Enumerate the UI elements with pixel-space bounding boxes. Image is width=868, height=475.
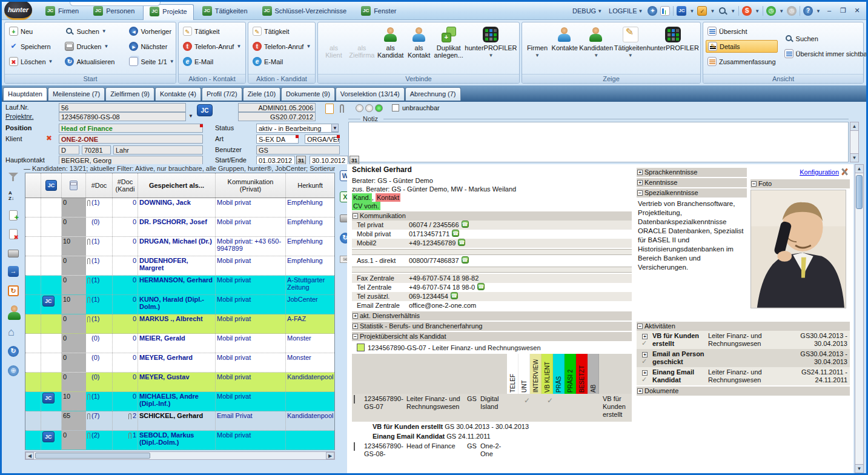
person-icon[interactable]	[7, 305, 20, 318]
scroll-thumb[interactable]	[35, 453, 150, 459]
header-jobcenter[interactable]	[41, 173, 62, 198]
ribbon-button[interactable]: Suchen ▼	[63, 25, 124, 38]
ribbon-big-button[interactable]: Kontakte ▼	[551, 25, 578, 61]
quick-access-toolbar[interactable]	[70, 2, 161, 6]
record-tab[interactable]: Vorselektion (13/14)	[336, 87, 405, 101]
scroll-up-icon[interactable]: ▲	[855, 165, 863, 173]
section-kommunikation[interactable]: −Kommunikation	[352, 211, 632, 221]
logfile-menu[interactable]: LOGFILE▼	[607, 6, 644, 16]
ribbon-button[interactable]: Vorheriger ▼	[127, 25, 181, 38]
tasks-icon[interactable]	[697, 6, 707, 16]
notiz-textarea[interactable]	[348, 122, 849, 162]
ribbon-big-button[interactable]: als Kontakt ▼	[406, 25, 432, 68]
candidate-row[interactable]: 0 (0) 0 MEYER, Gustav Mobil privat Kandi…	[25, 373, 334, 392]
header-blank[interactable]	[25, 173, 41, 198]
unbrauchbar-checkbox[interactable]	[392, 104, 399, 111]
ribbon-big-button[interactable]: als Kandidat ▼	[377, 25, 405, 68]
record-tab[interactable]: Ziele (10)	[243, 87, 280, 101]
status-light-green[interactable]	[375, 104, 383, 112]
header-doc[interactable]: #Doc	[86, 173, 113, 198]
ribbon-button[interactable]: Tätigkeit ▼	[251, 25, 313, 38]
ribbon-button[interactable]: Neu ▼	[7, 25, 59, 38]
jobcenter-icon[interactable]	[677, 6, 686, 16]
ribbon-button[interactable]: Zusammenfassung	[706, 55, 778, 68]
candidate-row[interactable]: 10 (1) 0 KUNO, Harald (Dipl.-Dolm.) Mobi…	[25, 295, 334, 314]
detail-vertical-scrollbar[interactable]: ▲ ▼	[855, 164, 864, 473]
art-field-2[interactable]: ORGA/VERWA	[305, 135, 340, 144]
hauptkontakt-field[interactable]: BERGER, Georg	[59, 156, 203, 165]
candidate-row[interactable]: 10 (1) 0 DRUGAN, Michael (Dr.) Mobil pri…	[25, 237, 334, 256]
section-dienstverhaeltnis[interactable]: +akt. Dienstverhältnis	[352, 311, 632, 321]
dial-phone-icon[interactable]	[452, 230, 459, 237]
projektnr-field[interactable]: 1234567890-GS-08	[59, 112, 186, 121]
expand-icon[interactable]: +	[637, 388, 643, 394]
scroll-down-icon[interactable]: ▼	[855, 464, 863, 473]
table-horizontal-scrollbar[interactable]: ◀ ▶	[25, 451, 335, 460]
record-tab[interactable]: Profil (7/2)	[202, 87, 242, 101]
status-dropdown-icon[interactable]: ▼	[331, 124, 339, 132]
section-foto[interactable]: −Foto	[750, 179, 850, 188]
status-select[interactable]: aktiv - in Bearbeitung	[256, 124, 339, 133]
activity-row[interactable]: +✓ Email an Person geschickt GS30.04.201…	[637, 349, 850, 367]
ribbon-big-button[interactable]: Firmen ▼	[525, 25, 550, 61]
project-row[interactable]: 1234567890-GS-08- Head of Finance GS One…	[352, 441, 632, 461]
section-kenntnisse[interactable]: +Kenntnisse	[637, 178, 747, 187]
ribbon-button[interactable]: Aktualisieren ▼	[63, 55, 124, 68]
help-icon[interactable]	[803, 6, 813, 16]
activity-row[interactable]: +✓ Einang Email Kandidat Leiter Finanz- …	[637, 367, 850, 385]
record-tab[interactable]: Meilensteine (7)	[48, 87, 105, 101]
expand-icon[interactable]: +	[637, 170, 643, 175]
status-light-1[interactable]	[356, 104, 363, 112]
collapse-icon[interactable]: −	[353, 213, 358, 219]
start-date-field[interactable]: 01.03.2012	[256, 156, 295, 165]
ribbon-button[interactable]: Übersicht immer sichtbar	[783, 47, 868, 60]
sync-icon[interactable]	[8, 285, 19, 296]
print-icon[interactable]	[8, 250, 19, 257]
country-field[interactable]: D	[59, 145, 79, 154]
ribbon-big-button[interactable]: hunterPROFILER ▼	[648, 25, 698, 61]
close-button[interactable]	[852, 6, 863, 16]
home-icon[interactable]	[8, 327, 19, 337]
plz-field[interactable]: 70281	[82, 145, 111, 154]
scroll-right-icon[interactable]: ▶	[326, 452, 334, 459]
clock-green-icon[interactable]	[766, 6, 776, 16]
candidate-row[interactable]: 0 (1) 0 MARKUS ., Albrecht Mobil privat …	[25, 314, 334, 334]
konfiguration-link[interactable]: Konfiguration	[800, 168, 839, 176]
menu-item[interactable]: Projekte	[143, 4, 193, 20]
header-name[interactable]: Gespeichert als...	[138, 173, 216, 198]
benutzer-field[interactable]: GS	[256, 145, 340, 154]
projektnr-dropdown-icon[interactable]: ▼	[187, 112, 194, 121]
record-tab[interactable]: Kontakte (4)	[155, 87, 201, 101]
sort-az-icon[interactable]	[8, 191, 19, 202]
candidate-row[interactable]: 0 (0) 0 DR. PSCHORR, Josef Mobil privat …	[25, 218, 334, 237]
section-aktivitaeten[interactable]: −Aktivitäten	[637, 322, 850, 331]
section-statistik[interactable]: +Statistik - Berufs- und Branchenerfahru…	[352, 322, 632, 331]
expand-icon[interactable]: +	[353, 313, 358, 319]
record-tab[interactable]: Abrechnung (7)	[405, 87, 461, 101]
ribbon-big-button[interactable]: Tätigkeiten ▼	[614, 25, 647, 61]
minimize-button[interactable]	[824, 6, 835, 16]
record-tab[interactable]: Dokumente (9)	[281, 87, 335, 101]
laufnr-field[interactable]: 56	[59, 103, 186, 112]
maximize-button[interactable]	[838, 6, 849, 16]
search-icon[interactable]	[718, 6, 727, 16]
ribbon-button[interactable]: Speichern ▼	[7, 40, 59, 53]
ribbon-big-button[interactable]: als Klient ▼	[320, 25, 347, 68]
collapse-icon[interactable]: −	[751, 181, 757, 187]
ribbon-button[interactable]: E-Mail ▼	[251, 55, 313, 68]
candidate-row[interactable]: 0 (1) 0 HERMANSON, Gerhard Mobil privat …	[25, 276, 334, 295]
activity-row[interactable]: +✓ VB für Kunden erstellt Leiter Finanz-…	[637, 331, 850, 349]
record-tab[interactable]: Hauptdaten	[3, 87, 47, 101]
status-light-2[interactable]	[365, 104, 373, 112]
candidate-row[interactable]: 65 (7) 2 SCHICKEL, Gerhard Email Privat …	[25, 411, 334, 431]
attachment-icon[interactable]	[340, 104, 344, 113]
dial-phone-icon[interactable]	[451, 292, 458, 299]
art-field-1[interactable]: S-EX DA	[256, 135, 299, 144]
city-field[interactable]: Lahr	[113, 145, 203, 154]
notiz-scrollbar[interactable]: ▲▼	[850, 122, 859, 162]
ribbon-button[interactable]: Nächster ▼	[127, 40, 181, 53]
section-sprachkenntnisse[interactable]: +Sprachkenntnisse	[637, 168, 747, 177]
candidate-row[interactable]: 10 (1) 0 MICHAELIS, Andre (Dipl.-Inf.) M…	[25, 392, 334, 411]
ribbon-button[interactable]: Telefon-Anruf ▼	[251, 40, 313, 53]
remove-klient-icon[interactable]	[44, 133, 54, 143]
